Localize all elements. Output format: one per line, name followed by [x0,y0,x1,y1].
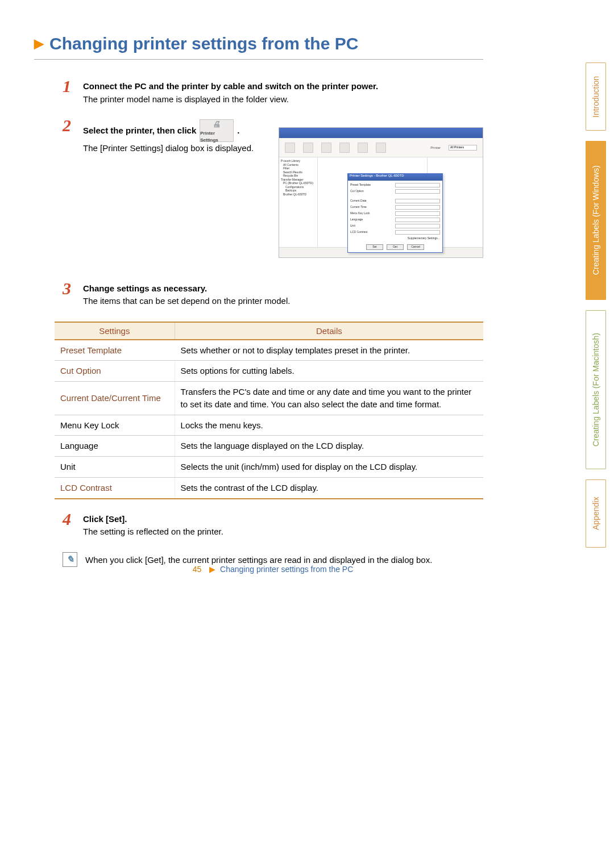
printer-icon: 🖨 [213,118,221,130]
step-number-1: 1 [63,77,71,96]
toolbar-icon [376,143,386,153]
settings-header: Settings [55,323,175,340]
step-2-bold-line: Select the printer, then click 🖨 Printer… [83,119,307,142]
table-row: Menu Key Lock Locks the menu keys. [55,415,483,436]
table-row: Cut Option Sets options for cutting labe… [55,361,483,382]
tree-item: PC (Brother QL-650TD) [281,181,316,185]
modal-field [395,183,440,187]
toolbar-search-label: Printer [430,146,441,149]
step-2-text: The [Printer Settings] dialog box is dis… [83,142,307,155]
table-row: Preset Template Sets whether or not to d… [55,340,483,361]
step-number-2: 2 [63,116,71,135]
setting-details: Locks the menu keys. [175,415,483,436]
details-header: Details [175,323,483,340]
settings-table-wrap: Settings Details Preset Template Sets wh… [55,322,483,499]
modal-title: Printer Settings - Brother QL-650TD [348,174,442,181]
modal-row-label: Language [350,218,392,222]
modal-field [395,189,440,194]
screenshot-titlebar [279,128,483,138]
modal-buttons: Set Get Cancel [350,244,440,250]
modal-row-label: Unit [350,224,392,228]
table-row: LCD Contrast Sets the contrast of the LC… [55,477,483,498]
printer-settings-icon-label: Printer Settings [200,130,233,144]
setting-details: Sets whether or not to display templates… [175,340,483,361]
setting-details: Sets the language displayed on the LCD d… [175,436,483,457]
modal-row-label: Current Time [350,205,392,210]
tab-macintosh[interactable]: Creating Labels (For Macintosh) [586,310,606,469]
screenshot-toolbar: Printer All Printers [279,138,483,157]
settings-table: Settings Details Preset Template Sets wh… [55,323,483,499]
modal-cancel-button: Cancel [407,244,424,250]
modal-field [395,205,440,210]
step-1: 1 Connect the PC and the printer by cabl… [63,80,483,106]
modal-supplementary-link: Supplementary Settings... [350,236,440,240]
tab-introduction[interactable]: Introduction [586,62,606,131]
modal-field [395,230,440,235]
step-1-text: The printer model name is displayed in t… [83,93,483,106]
step-2: 2 Select the printer, then click 🖨 Print… [63,119,307,155]
step-4: 4 Click [Set]. The setting is reflected … [63,513,483,539]
modal-body: Preset Template Cut Option Current Date … [348,181,442,252]
page-content: ▶ Changing printer settings from the PC … [0,0,546,590]
modal-get-button: Get [387,244,404,250]
tree-item: Brother QL-650TD [281,193,316,197]
step-4-text: The setting is reflected on the printer. [83,525,483,539]
toolbar-icon [339,143,350,153]
setting-name: Preset Template [55,340,175,361]
setting-name: LCD Contrast [55,477,175,498]
setting-name: Menu Key Lock [55,415,175,436]
setting-details: Transfers the PC's date and time or any … [175,382,483,415]
step-2-bold-post: . [237,124,239,137]
modal-row-label: Current Date [350,199,392,203]
step-4-bold: Click [Set]. [83,513,483,526]
step-2-bold-pre: Select the printer, then click [83,124,196,137]
arrow-icon: ▶ [34,36,44,51]
step-number-4: 4 [63,510,71,529]
page-title: ▶ Changing printer settings from the PC [34,34,483,60]
table-row: Language Sets the language displayed on … [55,436,483,457]
modal-field [395,224,440,228]
tab-appendix[interactable]: Appendix [586,479,606,548]
setting-name: Cut Option [55,361,175,382]
side-tabs: Introduction Creating Labels (For Window… [586,62,606,548]
setting-name: Current Date/Current Time [55,382,175,415]
setting-name: Language [55,436,175,457]
arrow-icon: ▶ [209,565,215,574]
setting-details: Sets the contrast of the LCD display. [175,477,483,498]
toolbar-icon [321,143,331,153]
step-3-bold: Change settings as necessary. [83,282,483,295]
title-text: Changing printer settings from the PC [49,34,358,53]
toolbar-icon [285,143,295,153]
modal-field [395,199,440,203]
toolbar-icon [358,143,368,153]
setting-details: Selects the unit (inch/mm) used for disp… [175,457,483,478]
screenshot-tree: P-touch Library All Contents Filter Sear… [279,157,318,247]
modal-set-button: Set [366,244,383,250]
toolbar-printer-combo: All Printers [449,145,477,151]
page-number: 45 [193,565,202,574]
printer-settings-modal: Printer Settings - Brother QL-650TD Pres… [347,173,443,253]
step-number-3: 3 [63,279,71,298]
page-footer: 45 ▶ Changing printer settings from the … [0,565,546,574]
printer-settings-screenshot: Printer All Printers P-touch Library All… [279,127,483,258]
modal-row-label: LCD Contrast [350,230,392,235]
printer-settings-toolbar-icon: 🖨 Printer Settings [200,119,234,142]
table-row: Current Date/Current Time Transfers the … [55,382,483,415]
footer-title: Changing printer settings from the PC [220,565,353,574]
setting-details: Sets options for cutting labels. [175,361,483,382]
modal-row-label: Menu Key Lock [350,211,392,216]
modal-row-label: Cut Option [350,189,392,194]
modal-row-label: Preset Template [350,183,392,187]
modal-field [395,218,440,222]
step-1-bold: Connect the PC and the printer by cable … [83,80,483,93]
toolbar-icon [303,143,313,153]
table-row: Unit Selects the unit (inch/mm) used for… [55,457,483,478]
step-3: 3 Change settings as necessary. The item… [63,282,483,308]
modal-field [395,211,440,216]
step-3-text: The items that can be set depend on the … [83,295,483,308]
tab-windows[interactable]: Creating Labels (For Windows) [586,141,606,300]
setting-name: Unit [55,457,175,478]
